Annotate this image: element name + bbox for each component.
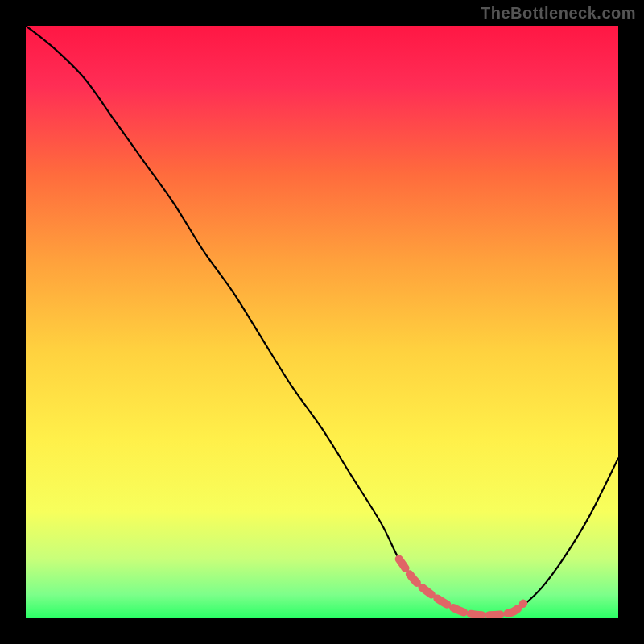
plot-area [26,26,618,618]
chart-container: TheBottleneck.com [0,0,644,644]
bottleneck-chart [26,26,618,618]
gradient-background [26,26,618,618]
watermark-text: TheBottleneck.com [481,4,636,23]
